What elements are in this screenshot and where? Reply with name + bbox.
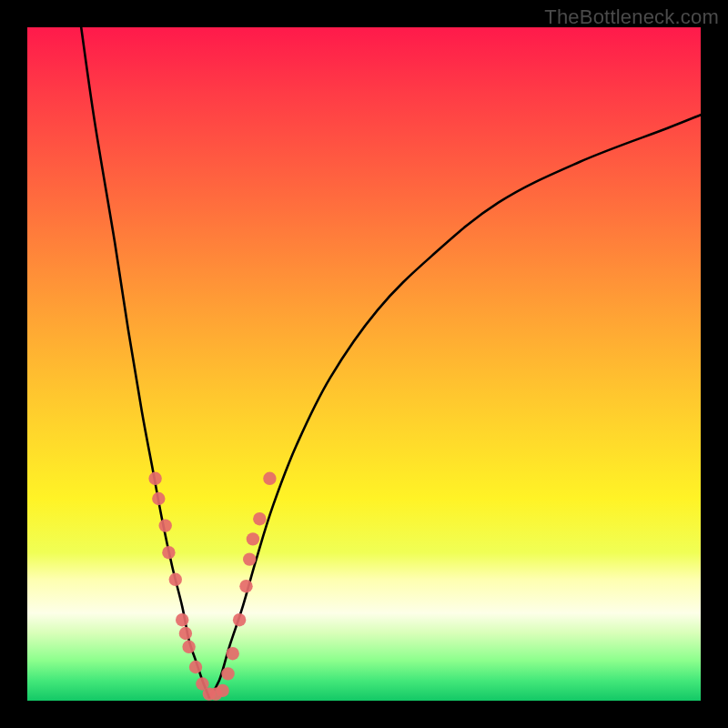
- plot-area: [27, 27, 701, 701]
- chart-frame: TheBottleneck.com: [0, 0, 728, 728]
- watermark-text: TheBottleneck.com: [544, 5, 719, 29]
